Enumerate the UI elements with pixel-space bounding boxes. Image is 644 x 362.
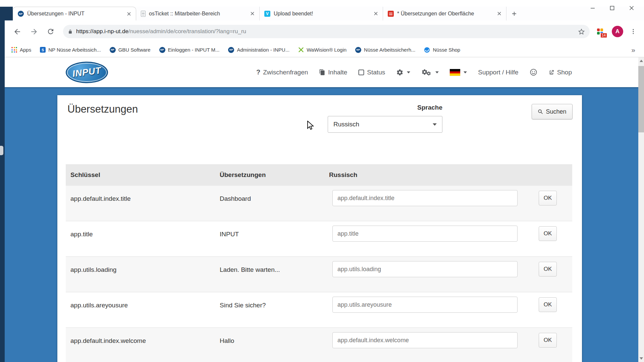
vimeo-favicon: V	[264, 11, 270, 17]
close-tab-icon[interactable]	[373, 11, 379, 17]
new-tab-button[interactable]	[509, 9, 519, 19]
maximize-button[interactable]	[602, 0, 622, 16]
frame-corner	[0, 7, 13, 20]
ok-button[interactable]: OK	[539, 297, 557, 312]
nav-feedback[interactable]	[530, 68, 537, 76]
key-cell: app.utils.loading	[66, 257, 215, 292]
bookmark-star-icon[interactable]	[578, 28, 585, 35]
bookmark-label: Einloggen - INPUT M...	[168, 47, 220, 53]
address-bar[interactable]: https://app.i-np-ut.de/nuesse/admin/de/c…	[63, 25, 590, 38]
page-background: Übersetzungen Sprache Russisch Suchen Sc…	[5, 87, 638, 362]
table-row: app.default.index.title Dashboard OK	[66, 186, 572, 221]
nav-settings-dropdown[interactable]	[396, 69, 410, 76]
translation-cell: Hallo	[215, 328, 324, 362]
translation-cell: Sind Sie sicher?	[215, 292, 324, 327]
table-header: Schlüssel Übersetzungen Russisch	[66, 164, 572, 186]
scrollbar-thumb[interactable]	[638, 66, 644, 132]
input-logo[interactable]: INPUT	[66, 62, 108, 83]
bookmark-label: NP Nüsse Arbeitssich...	[48, 47, 101, 53]
url-host: https://app.i-np-ut.de	[76, 28, 128, 35]
translation-cell: INPUT	[215, 221, 324, 256]
page-scrollbar[interactable]	[638, 57, 644, 362]
german-flag-icon	[450, 69, 460, 76]
bookmark-administration-input[interactable]: NP Administration - INPU...	[228, 47, 289, 53]
search-icon	[538, 109, 543, 114]
translation-input[interactable]	[332, 332, 518, 348]
nav-inhalte[interactable]: Inhalte	[319, 69, 347, 76]
table-row: app.default.index.welcome Hallo OK	[66, 328, 572, 362]
browser-menu-icon[interactable]	[627, 25, 639, 38]
ok-button[interactable]: OK	[539, 191, 557, 205]
bookmark-einloggen-input[interactable]: NP Einloggen - INPUT M...	[159, 47, 220, 53]
translation-input[interactable]	[332, 261, 518, 277]
lock-icon	[68, 29, 73, 35]
ok-button[interactable]: OK	[539, 333, 557, 348]
language-label: Sprache	[328, 104, 442, 111]
tab-uebersetzungen[interactable]: NP Übersetzungen - INPUT	[13, 7, 136, 20]
tab-title: * Übersetzungen der Oberfläche	[397, 11, 493, 17]
close-tab-icon[interactable]	[126, 11, 132, 17]
close-button[interactable]	[622, 0, 641, 16]
key-cell: app.utils.areyousure	[66, 292, 215, 327]
key-cell: app.title	[66, 221, 215, 256]
close-tab-icon[interactable]	[496, 11, 502, 17]
site-header: INPUT ? Zwischenfragen Inhalte Status Su…	[0, 57, 644, 87]
url-path: /nuesse/admin/de/core/translation/?lang=…	[128, 28, 246, 35]
key-cell: app.default.index.welcome	[66, 328, 215, 362]
nav-zwischenfragen[interactable]: ? Zwischenfragen	[256, 68, 308, 76]
translation-input[interactable]	[332, 226, 518, 242]
bookmark-np-nuesse[interactable]: S NP Nüsse Arbeitssich...	[40, 47, 101, 53]
translation-cell: Laden. Bitte warten...	[215, 257, 324, 292]
window-left-frame	[0, 20, 5, 362]
tab-oberflaeche[interactable]: * Übersetzungen der Oberfläche	[383, 7, 506, 20]
tab-osticket[interactable]: osTicket :: Mitarbeiter-Bereich	[136, 7, 260, 20]
reload-button[interactable]	[44, 24, 58, 39]
bookmark-label: GBU Software	[118, 47, 151, 53]
language-select[interactable]: Russisch	[328, 116, 442, 133]
ok-button[interactable]: OK	[539, 226, 557, 241]
tab-upload[interactable]: V Upload beendet!	[260, 7, 383, 20]
table-row: app.utils.loading Laden. Bitte warten...…	[66, 257, 572, 292]
bookmarks-overflow-icon[interactable]: »	[631, 46, 637, 54]
smiley-icon	[530, 68, 537, 76]
side-panel-handle[interactable]	[0, 146, 3, 155]
nav-status[interactable]: Status	[358, 69, 385, 76]
np-favicon: NP	[228, 47, 234, 53]
nav-tools-dropdown[interactable]	[421, 68, 439, 76]
chevron-down-icon	[407, 71, 410, 73]
translation-input[interactable]	[332, 190, 518, 206]
bookmarks-bar: Apps S NP Nüsse Arbeitssich... NP GBU So…	[0, 43, 644, 57]
checkbox-icon	[358, 69, 364, 75]
translation-input[interactable]	[332, 297, 518, 313]
nav-support-hilfe[interactable]: Support / Hilfe	[478, 69, 518, 76]
bookmark-label: Apps	[20, 47, 31, 53]
value-cell: OK	[324, 292, 572, 327]
translations-card: Übersetzungen Sprache Russisch Suchen Sc…	[57, 95, 582, 362]
header-russisch: Russisch	[324, 164, 572, 186]
back-button[interactable]	[10, 24, 24, 39]
bookmark-nuesse-arbeitssicherheit[interactable]: NP Nüsse Arbeitssicherh...	[355, 47, 415, 53]
window-titlebar	[0, 0, 644, 7]
bookmark-gbu-software[interactable]: NP GBU Software	[110, 47, 151, 53]
scroll-down-icon[interactable]	[640, 357, 643, 360]
table-row: app.utils.areyousure Sind Sie sicher? OK	[66, 292, 572, 328]
extension-icon[interactable]: 14	[594, 26, 606, 37]
nav-language-dropdown[interactable]	[450, 69, 467, 76]
bookmark-label: Nüsse Arbeitssicherh...	[364, 47, 415, 53]
scroll-up-icon[interactable]	[640, 60, 643, 62]
chevron-down-icon	[464, 71, 467, 73]
nav-shop[interactable]: Shop	[548, 69, 572, 76]
profile-avatar[interactable]: A	[612, 26, 623, 37]
gear-icon	[396, 69, 404, 76]
minimize-button[interactable]	[583, 0, 602, 16]
ok-button[interactable]: OK	[539, 262, 557, 277]
header-uebersetzungen: Übersetzungen	[215, 164, 324, 186]
nav-label: Support / Hilfe	[478, 69, 518, 76]
nav-label: Status	[367, 69, 385, 76]
bookmark-wawision[interactable]: WaWision® Login	[298, 47, 346, 53]
search-button[interactable]: Suchen	[532, 104, 573, 119]
forward-button[interactable]	[27, 24, 41, 39]
close-tab-icon[interactable]	[249, 11, 255, 17]
bookmark-apps[interactable]: Apps	[11, 47, 31, 53]
bookmark-nuesse-shop[interactable]: Nüsse Shop	[424, 47, 460, 53]
